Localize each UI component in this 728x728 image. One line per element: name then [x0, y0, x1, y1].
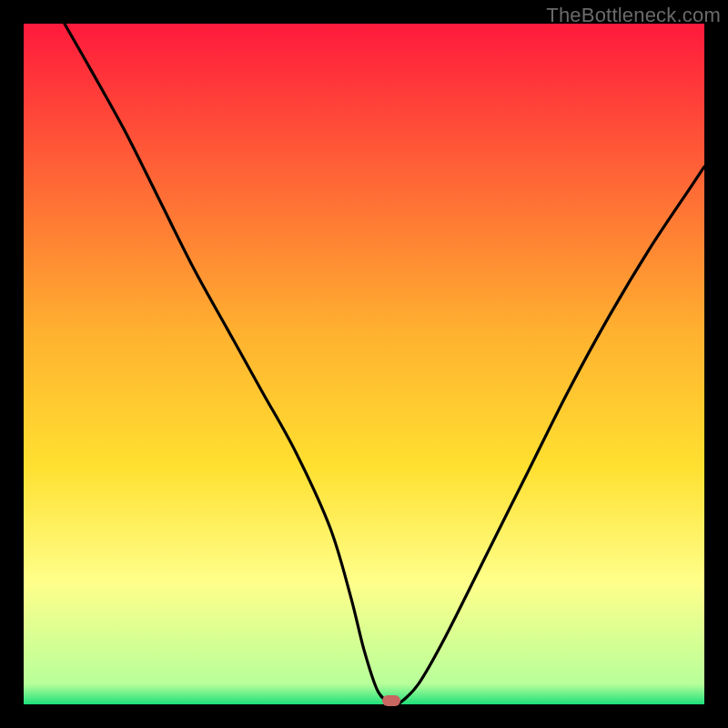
bottleneck-curve — [24, 24, 704, 704]
minimum-marker — [382, 695, 400, 706]
watermark-text: TheBottleneck.com — [546, 4, 721, 27]
plot-area — [24, 24, 704, 704]
chart-root: TheBottleneck.com — [0, 0, 728, 728]
